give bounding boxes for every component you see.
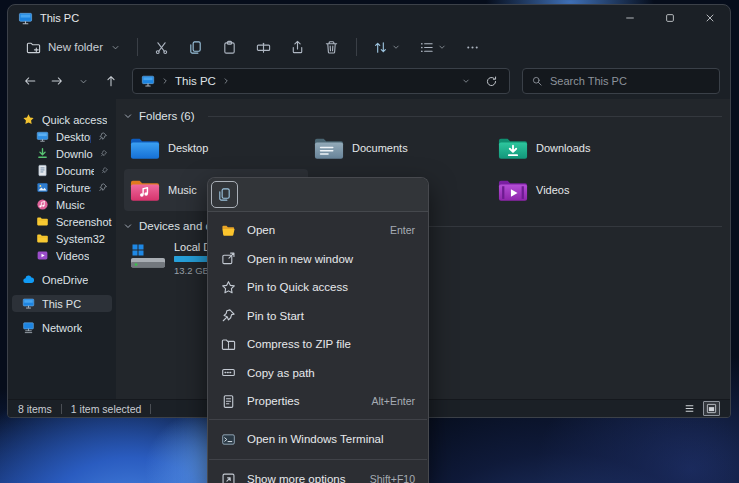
minimize-button[interactable] <box>610 5 650 31</box>
tile-downloads[interactable]: Downloads <box>492 127 676 169</box>
pinned-icon <box>98 182 108 193</box>
rename-button[interactable] <box>248 34 280 60</box>
paste-button[interactable] <box>214 34 246 60</box>
sidebar-item-music[interactable]: Music <box>12 196 112 213</box>
pinned-icon <box>101 165 108 176</box>
menu-item-label: Pin to Quick access <box>247 281 348 293</box>
tile-label: Documents <box>352 142 408 154</box>
tile-desktop[interactable]: Desktop <box>124 127 308 169</box>
menu-item-label: Open in Windows Terminal <box>247 433 384 445</box>
chevron-down-icon <box>391 42 401 52</box>
sidebar-item-network[interactable]: Network <box>12 319 112 336</box>
folders-section-label: Folders (6) <box>139 110 195 122</box>
sidebar-item-quick-access[interactable]: Quick access <box>12 111 112 128</box>
context-menu-item-open[interactable]: OpenEnter <box>208 216 428 245</box>
folders-section-header[interactable]: Folders (6) <box>122 107 722 125</box>
sidebar-item-label: Documents <box>56 165 94 177</box>
new-folder-button[interactable]: New folder <box>18 34 129 60</box>
sidebar-item-label: System32 <box>56 233 105 245</box>
breadcrumb-this-pc[interactable]: This PC <box>175 75 216 87</box>
sort-button[interactable] <box>365 34 409 60</box>
sidebar-item-label: OneDrive <box>42 274 88 286</box>
sidebar-item-screenshots[interactable]: Screenshots <box>12 213 112 230</box>
address-bar[interactable]: This PC <box>132 68 510 94</box>
chevron-down-icon <box>78 76 89 87</box>
minimize-icon <box>624 12 636 24</box>
maximize-icon <box>664 12 676 24</box>
search-box[interactable] <box>522 68 720 94</box>
sidebar-item-desktop[interactable]: Desktop <box>12 128 112 145</box>
pinned-icon <box>98 131 108 142</box>
details-view-icon <box>684 403 695 414</box>
view-toggles <box>681 401 720 416</box>
context-menu-item-open-in-new-window[interactable]: Open in new window <box>208 245 428 274</box>
menu-item-label: Pin to Start <box>247 310 304 322</box>
delete-button[interactable] <box>316 34 348 60</box>
menu-item-label: Open <box>247 224 275 236</box>
documents-folder-icon <box>314 135 344 161</box>
copy-button[interactable] <box>180 34 212 60</box>
desktop-wallpaper: This PC New folder <box>0 0 739 483</box>
context-menu-item-pin-to-quick-access[interactable]: Pin to Quick access <box>208 273 428 302</box>
sidebar-item-this-pc[interactable]: This PC <box>12 295 112 312</box>
tile-label: Desktop <box>168 142 208 154</box>
details-view-button[interactable] <box>681 401 698 416</box>
sidebar-item-documents[interactable]: Documents <box>12 162 112 179</box>
menu-item-label: Copy as path <box>247 367 315 379</box>
menu-item-shortcut: Alt+Enter <box>372 395 415 407</box>
search-input[interactable] <box>550 75 711 87</box>
app-icon-this-pc <box>18 11 33 26</box>
view-button[interactable] <box>411 34 455 60</box>
sidebar-item-onedrive[interactable]: OneDrive <box>12 271 112 288</box>
chevron-down-icon <box>437 42 447 52</box>
menu-item-shortcut: Enter <box>390 224 415 236</box>
context-menu-item-show-more-options[interactable]: Show more optionsShift+F10 <box>208 463 428 483</box>
tile-documents[interactable]: Documents <box>308 127 492 169</box>
videos-sq-icon <box>36 249 49 262</box>
chevron-down-icon <box>122 110 134 122</box>
maximize-button[interactable] <box>650 5 690 31</box>
context-menu-items: OpenEnterOpen in new windowPin to Quick … <box>208 212 428 483</box>
context-copy-button[interactable] <box>211 181 238 208</box>
star-outline-icon <box>221 280 236 295</box>
menu-separator <box>209 419 427 420</box>
context-menu-item-properties[interactable]: PropertiesAlt+Enter <box>208 387 428 416</box>
chevron-down-icon <box>110 42 121 53</box>
share-button[interactable] <box>282 34 314 60</box>
breadcrumb-chevron-icon <box>160 76 170 86</box>
context-menu-item-copy-as-path[interactable]: Copy as path <box>208 359 428 388</box>
sidebar-item-label: Screenshots <box>56 216 112 228</box>
menu-item-shortcut: Shift+F10 <box>370 473 415 483</box>
context-menu-item-pin-to-start[interactable]: Pin to Start <box>208 302 428 331</box>
cut-button[interactable] <box>146 34 178 60</box>
music-circle-icon <box>36 198 49 211</box>
command-toolbar: New folder <box>8 31 730 63</box>
sidebar-item-pictures[interactable]: Pictures <box>12 179 112 196</box>
title-bar[interactable]: This PC <box>8 5 730 31</box>
back-button[interactable] <box>18 69 41 93</box>
sidebar-item-system32[interactable]: System32 <box>12 230 112 247</box>
videos-folder-icon <box>498 177 528 203</box>
refresh-button[interactable] <box>481 71 501 91</box>
tile-label: Videos <box>536 184 569 196</box>
recent-locations-button[interactable] <box>72 69 95 93</box>
sidebar-item-label: Pictures <box>56 182 91 194</box>
context-menu-item-open-in-windows-terminal[interactable]: Open in Windows Terminal <box>208 423 428 456</box>
context-menu-item-compress-to-zip-file[interactable]: Compress to ZIP file <box>208 330 428 359</box>
sidebar-item-downloads[interactable]: Downloads <box>12 145 112 162</box>
sidebar-item-label: This PC <box>42 298 81 310</box>
delete-icon <box>324 40 339 55</box>
dl-green-icon <box>36 147 49 160</box>
forward-button[interactable] <box>45 69 68 93</box>
address-dropdown-button[interactable] <box>456 71 476 91</box>
item-count: 8 items <box>18 403 52 415</box>
paste-icon <box>222 40 237 55</box>
sort-icon <box>373 40 388 55</box>
share-icon <box>290 40 305 55</box>
up-button[interactable] <box>99 69 122 93</box>
see-more-button[interactable] <box>457 34 489 60</box>
sidebar-item-videos[interactable]: Videos <box>12 247 112 264</box>
tile-videos[interactable]: Videos <box>492 169 676 211</box>
close-button[interactable] <box>690 5 730 31</box>
large-icons-view-button[interactable] <box>703 401 720 416</box>
